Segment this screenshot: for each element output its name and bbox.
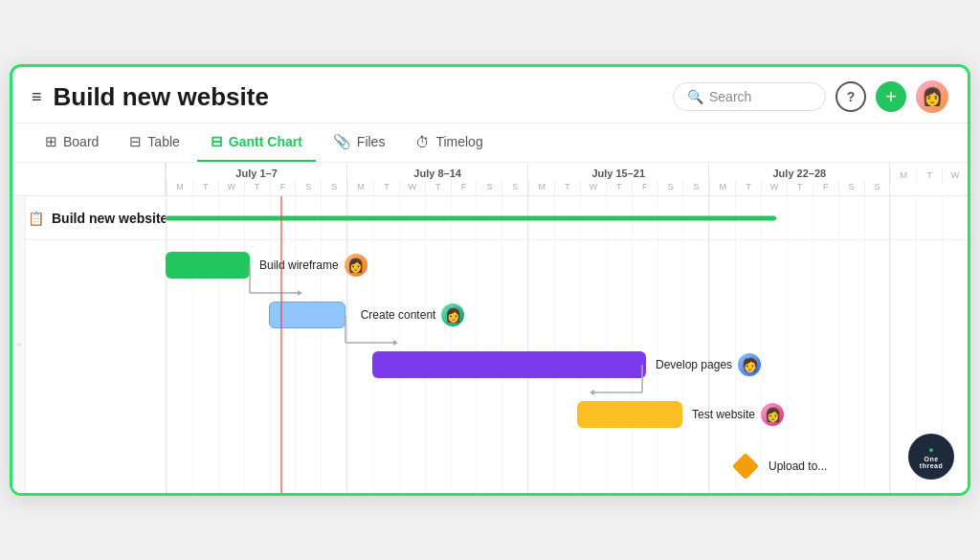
tab-timelog-label: Timelog (435, 134, 482, 149)
week-3-days: M T W T F S S (528, 181, 708, 195)
day-cell: F (270, 181, 296, 195)
project-icon: 📋 (28, 211, 44, 226)
day-cell: T (735, 181, 761, 195)
tab-gantt-label: Gantt Chart (229, 134, 302, 149)
task-row-test: Test website 👩 (12, 390, 968, 439)
table-icon: ⊟ (129, 133, 142, 150)
week-1-days: M T W T F S S (167, 181, 346, 195)
day-cell: M (347, 181, 373, 195)
day-cell: W (942, 169, 968, 184)
header-spacer (12, 163, 166, 195)
task-row-develop: Develop pages 🧑 (12, 340, 968, 390)
onethread-text-1: One (924, 456, 938, 462)
week-4-label: July 22–28 (709, 163, 889, 181)
day-cell: S (864, 181, 890, 195)
week-3: July 15–21 M T W T F S S (527, 163, 708, 195)
day-cell: S (321, 181, 346, 195)
bar-test-label: Test website (692, 408, 755, 421)
day-cell: S (838, 181, 864, 195)
week-extra-label (890, 163, 968, 169)
day-cell: T (787, 181, 813, 195)
search-box[interactable]: 🔍 Search (673, 82, 826, 111)
bar-develop[interactable] (372, 351, 646, 378)
bar-upload-area: Upload to... (736, 457, 827, 476)
week-1-label: July 1–7 (167, 163, 346, 181)
help-button[interactable]: ? (835, 81, 866, 112)
scroll-arrows: ›‹ (16, 340, 22, 349)
day-cell: T (244, 181, 270, 195)
onethread-badge: ● One thread (908, 434, 954, 480)
bar-wireframe-label: Build wireframe (259, 258, 339, 272)
gantt-area: July 1–7 M T W T F S S July 8–1 (12, 163, 968, 493)
project-bar[interactable] (166, 215, 776, 220)
avatar-test: 👩 (761, 403, 784, 426)
bar-develop-label-area: Develop pages 🧑 (656, 353, 761, 376)
tab-gantt[interactable]: ⊟ Gantt Chart (197, 123, 316, 162)
tab-files[interactable]: 📎 Files (320, 123, 399, 162)
project-label-area: 📋 Build new website (28, 211, 167, 226)
day-cell: W (580, 181, 606, 195)
day-cell: S (295, 181, 321, 195)
add-button[interactable]: + (876, 81, 906, 112)
day-cell: W (218, 181, 244, 195)
day-cell: S (501, 181, 527, 195)
hamburger-icon[interactable]: ≡ (32, 87, 42, 107)
day-cell: F (813, 181, 838, 195)
week-2-days: M T W T F S S (347, 181, 527, 195)
diamond-upload[interactable] (732, 453, 759, 480)
header: ≡ Build new website 🔍 Search ? + 👩 (12, 67, 968, 123)
day-cell: T (373, 181, 399, 195)
tab-table[interactable]: ⊟ Table (116, 123, 192, 162)
task-row-wireframe: Build wireframe 👩 (12, 240, 968, 290)
day-cell: S (657, 181, 683, 195)
tab-timelog[interactable]: ⏱ Timelog (402, 124, 496, 162)
project-row: 📋 Build new website (12, 196, 968, 240)
onethread-logo: ● (928, 445, 934, 455)
tab-table-label: Table (147, 134, 179, 149)
bar-upload-label: Upload to... (768, 459, 827, 473)
project-title-label: Build new website (52, 211, 167, 226)
tab-board[interactable]: ⊞ Board (32, 123, 112, 162)
day-cell: T (425, 181, 451, 195)
bar-test[interactable] (577, 401, 682, 428)
avatar[interactable]: 👩 (916, 80, 948, 113)
onethread-text-2: thread (920, 462, 943, 469)
week-extra-days: M T W (890, 169, 968, 184)
day-cell: M (167, 181, 192, 195)
gantt-headers: July 1–7 M T W T F S S July 8–1 (12, 163, 968, 196)
scroll-sidebar: ›‹ (12, 196, 26, 493)
nav-tabs: ⊞ Board ⊟ Table ⊟ Gantt Chart 📎 Files ⏱ … (12, 123, 968, 163)
files-icon: 📎 (333, 133, 351, 150)
day-cell: F (451, 181, 477, 195)
day-cell: M (890, 169, 916, 184)
timelog-icon: ⏱ (415, 134, 430, 150)
bar-wireframe[interactable] (166, 252, 250, 279)
bar-develop-area: Develop pages 🧑 (372, 351, 761, 378)
day-cell: S (682, 181, 708, 195)
board-icon: ⊞ (45, 133, 57, 150)
avatar-wireframe: 👩 (345, 254, 368, 277)
header-left: ≡ Build new website (32, 82, 269, 112)
gantt-icon: ⊟ (211, 133, 223, 150)
page-title: Build new website (54, 82, 269, 112)
week-2-label: July 8–14 (347, 163, 527, 181)
bar-test-area: Test website 👩 (577, 401, 784, 428)
bar-wireframe-area: Build wireframe 👩 (166, 252, 368, 279)
bar-content-area: – Create content 👩 (269, 302, 464, 328)
week-extra: M T W (889, 163, 968, 195)
week-1: July 1–7 M T W T F S S (166, 163, 346, 195)
day-cell: W (399, 181, 425, 195)
dash: – (353, 313, 355, 317)
app-window: ≡ Build new website 🔍 Search ? + 👩 ⊞ Boa… (10, 64, 970, 496)
bar-develop-label: Develop pages (656, 358, 732, 371)
bar-content-label-area: Create content 👩 (361, 303, 465, 326)
tab-board-label: Board (63, 134, 99, 149)
day-cell: W (761, 181, 787, 195)
day-cell: M (528, 181, 554, 195)
search-label: Search (709, 89, 751, 104)
gantt-container: July 1–7 M T W T F S S July 8–1 (12, 163, 968, 493)
day-cell: M (709, 181, 735, 195)
task-row-content: – Create content 👩 (12, 290, 968, 340)
week-4-days: M T W T F S S (709, 181, 889, 195)
today-line (280, 196, 282, 493)
